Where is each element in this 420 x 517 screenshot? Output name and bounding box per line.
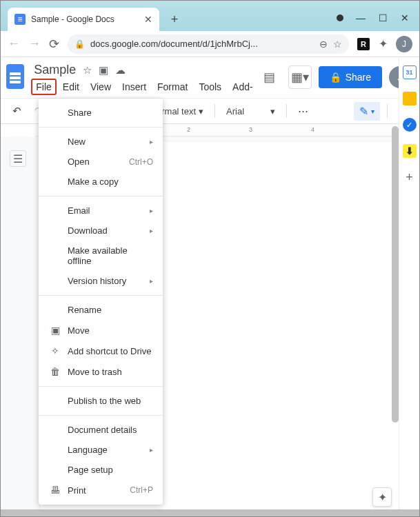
left-rail: ☰	[1, 136, 35, 513]
outline-toggle-button[interactable]: ☰	[10, 150, 26, 167]
menu-format[interactable]: Format	[152, 79, 192, 95]
chevron-down-icon: ▾	[270, 106, 275, 116]
star-icon[interactable]: ☆	[83, 64, 92, 77]
print-icon: 🖶	[48, 485, 62, 496]
file-menu-page-setup[interactable]: Page setup	[39, 460, 163, 480]
calendar-addon-icon[interactable]: 31	[403, 65, 417, 79]
zoom-icon[interactable]: ⊖	[319, 39, 328, 50]
menu-tools[interactable]: Tools	[194, 79, 226, 95]
side-panel: 31 ✓ ⬇ +	[399, 57, 419, 516]
submenu-arrow-icon: ▸	[150, 207, 153, 214]
tasks-addon-icon[interactable]: ✓	[403, 118, 417, 132]
bookmark-icon[interactable]: ☆	[333, 39, 342, 50]
keep-addon-icon[interactable]	[403, 92, 417, 105]
present-button[interactable]: ▦▾	[288, 65, 312, 89]
folder-move-icon: ▣	[48, 325, 62, 336]
menu-edit[interactable]: Edit	[58, 79, 84, 95]
trash-icon: 🗑	[48, 366, 62, 377]
explore-button[interactable]: ✦	[372, 487, 392, 507]
tab-title: Sample - Google Docs	[31, 14, 139, 24]
menu-bar: File Edit View Insert Format Tools Add-	[27, 79, 257, 95]
submenu-arrow-icon: ▸	[150, 277, 153, 285]
docs-header: Sample ☆ ▣ ☁ File Edit View Insert Forma…	[1, 57, 419, 95]
window-close-button[interactable]: ✕	[400, 13, 410, 23]
file-menu-download[interactable]: Download▸	[39, 221, 163, 241]
vertical-scrollbar[interactable]	[392, 126, 399, 423]
docs-logo-icon[interactable]	[6, 64, 24, 89]
editing-mode-button[interactable]: ✎ ▾	[354, 102, 380, 121]
extension-r-icon[interactable]: R	[357, 38, 370, 50]
reload-button[interactable]: ⟳	[49, 37, 59, 52]
tab-close-icon[interactable]: ✕	[144, 14, 152, 25]
file-menu-open[interactable]: OpenCtrl+O	[39, 152, 163, 172]
file-menu-share[interactable]: Share	[39, 103, 163, 123]
menu-file[interactable]: File	[31, 79, 57, 95]
horizontal-scrollbar[interactable]	[1, 509, 419, 516]
pencil-icon: ✎	[359, 105, 368, 118]
extensions-icon[interactable]: ✦	[377, 38, 389, 50]
cloud-status-icon[interactable]: ☁	[115, 64, 126, 77]
menu-addons[interactable]: Add-	[228, 79, 258, 95]
chevron-down-icon: ▾	[371, 108, 374, 115]
url-text: docs.google.com/document/d/1jchMrbCj...	[90, 39, 314, 49]
file-menu-new[interactable]: New▸	[39, 132, 163, 152]
file-menu-email[interactable]: Email▸	[39, 201, 163, 221]
file-menu-dropdown: Share New▸ OpenCtrl+O Make a copy Email▸…	[39, 99, 163, 505]
file-menu-doc-details[interactable]: Document details	[39, 420, 163, 440]
file-menu-publish[interactable]: Publish to the web	[39, 391, 163, 411]
address-bar[interactable]: 🔒 docs.google.com/document/d/1jchMrbCj..…	[68, 34, 349, 54]
file-menu-version-history[interactable]: Version history▸	[39, 271, 163, 291]
add-addon-button[interactable]: +	[403, 170, 417, 184]
lock-icon: 🔒	[330, 72, 341, 83]
browser-tab[interactable]: Sample - Google Docs ✕	[8, 8, 159, 31]
undo-button[interactable]: ↶	[8, 102, 26, 120]
share-button[interactable]: 🔒 Share	[319, 66, 382, 88]
file-menu-add-shortcut[interactable]: ✧Add shortcut to Drive	[39, 341, 163, 361]
back-button[interactable]: ←	[8, 37, 20, 51]
file-menu-trash[interactable]: 🗑Move to trash	[39, 361, 163, 382]
browser-titlebar: Sample - Google Docs ✕ + — ☐ ✕	[1, 1, 419, 31]
drive-shortcut-icon: ✧	[48, 345, 62, 356]
lock-icon: 🔒	[74, 39, 85, 49]
comments-button[interactable]: ▤	[258, 65, 281, 89]
font-select[interactable]: Arial ▾	[222, 106, 279, 116]
document-title[interactable]: Sample	[34, 63, 76, 77]
chevron-down-icon: ▾	[199, 106, 203, 116]
forward-button[interactable]: →	[28, 37, 41, 51]
file-menu-language[interactable]: Language▸	[39, 440, 163, 460]
menu-insert[interactable]: Insert	[117, 79, 151, 95]
window-minimize-button[interactable]: —	[356, 13, 366, 23]
file-menu-print[interactable]: 🖶PrintCtrl+P	[39, 480, 163, 500]
docs-favicon	[14, 14, 26, 25]
move-icon[interactable]: ▣	[99, 64, 108, 77]
window-maximize-button[interactable]: ☐	[378, 13, 388, 23]
menu-view[interactable]: View	[86, 79, 116, 95]
file-menu-make-copy[interactable]: Make a copy	[39, 172, 163, 192]
browser-profile-avatar[interactable]: J	[396, 36, 412, 52]
file-menu-offline[interactable]: Make available offline	[39, 241, 163, 271]
new-tab-button[interactable]: +	[165, 10, 184, 29]
browser-urlbar: ← → ⟳ 🔒 docs.google.com/document/d/1jchM…	[1, 31, 419, 57]
file-menu-rename[interactable]: Rename	[39, 300, 163, 320]
submenu-arrow-icon: ▸	[150, 227, 153, 234]
window-account-icon[interactable]	[337, 14, 343, 21]
submenu-arrow-icon: ▸	[150, 138, 153, 145]
submenu-arrow-icon: ▸	[150, 446, 153, 454]
file-menu-move[interactable]: ▣Move	[39, 320, 163, 341]
more-toolbar-button[interactable]: ⋯	[294, 102, 312, 120]
maps-addon-icon[interactable]: ⬇	[403, 144, 417, 158]
